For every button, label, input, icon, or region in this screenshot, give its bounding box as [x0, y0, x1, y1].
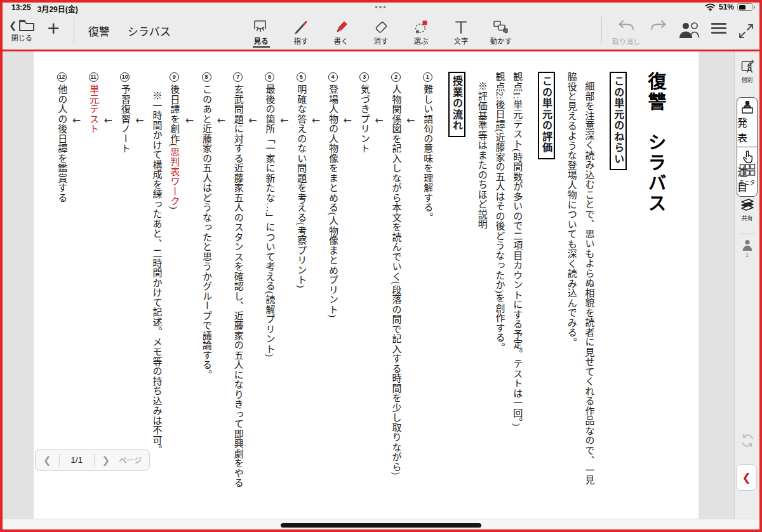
wifi-icon: [705, 3, 716, 11]
multitask-dots-icon: •••: [375, 3, 387, 12]
section-heading-aim: この単元のねらい: [609, 72, 628, 492]
tool-write[interactable]: 書く: [325, 17, 357, 48]
tool-write-label: 書く: [333, 36, 350, 46]
app-window: 13:25 3月29日(金) ••• 51% ❮: [0, 0, 762, 532]
toolbar: ❮ 閉じる + 復讐 シラバス: [3, 14, 759, 50]
sidebar-item-share[interactable]: 共有: [735, 197, 759, 222]
add-page-button[interactable]: +: [48, 17, 60, 41]
vertical-document: 復讐 シラバス この単元のねらい 細部を注意深く読み込むことで、思いもよらぬ相貌…: [46, 72, 674, 492]
presenter-icon: [740, 100, 755, 114]
next-page-button[interactable]: ❯: [102, 455, 110, 466]
monitor-grid-icon: [739, 163, 756, 177]
flow-item-4: ← 4登場人物の人物像をまとめる(人物像まとめプリント): [323, 72, 341, 492]
undo-label: 取り消し: [612, 36, 640, 46]
clock: 13:25: [11, 3, 31, 14]
undo-button[interactable]: 取り消し: [612, 17, 640, 46]
page-nav-label: ページ: [119, 455, 142, 465]
flow-item-5: ← 5明確な答えのない問題を考える(考察プリント): [292, 72, 310, 492]
tool-move[interactable]: 動かす: [485, 17, 517, 48]
tool-erase-label: 消す: [373, 36, 390, 46]
sync-button[interactable]: [735, 432, 759, 449]
battery-icon: [737, 3, 753, 11]
tool-move-label: 動かす: [489, 36, 514, 46]
date: 3月29日(金): [37, 3, 78, 14]
page-position: 1/1: [67, 455, 86, 465]
text-T-icon: [453, 17, 469, 36]
flow-item-3: ← 3気づきプリント: [355, 72, 373, 492]
bottom-strip: [3, 519, 759, 529]
red-pencil-icon: [333, 17, 349, 36]
sidebar-item-monitor[interactable]: モニタ: [735, 163, 759, 187]
tool-point-label: 指す: [293, 36, 310, 46]
redo-label: [657, 36, 659, 44]
participant-count[interactable]: 1: [735, 239, 759, 258]
close-button[interactable]: ❮ 閉じる: [9, 19, 35, 43]
flow-arrow: ←: [278, 111, 291, 130]
flow-arrow: ←: [102, 111, 114, 130]
flow-item-10: ← 10予習復習ノート: [116, 72, 133, 492]
flow-arrow: ←: [373, 111, 385, 130]
flow-arrow: ←: [183, 111, 196, 130]
broadcast-frame-line: [3, 50, 759, 51]
sidebar-label: 発表: [737, 114, 757, 145]
layers-icon: [739, 197, 756, 213]
flow-item-7: ← 7玄武問題に対する近藤家五人のスタンスを確認し、近藤家の五人になりきって即興…: [229, 72, 246, 492]
pointer-stylus-icon: [293, 17, 309, 36]
individual-work-icon: [740, 59, 755, 74]
flow-item-1: ← 1難しい語句の意味を理解する。: [418, 72, 436, 492]
tool-view[interactable]: 見る: [245, 17, 277, 48]
sidebar-divider: [739, 234, 756, 234]
section-heading-flow: 授業の流れ: [447, 72, 466, 492]
flow-arrow: ←: [70, 111, 83, 130]
prev-page-button[interactable]: ❮: [43, 455, 51, 466]
home-indicator[interactable]: [281, 523, 481, 528]
pointing-hand-icon: [740, 150, 754, 164]
flow-item-9: ← 9後日譚を創作(思判表ワーク) ※一時間かけて構成を練ったあと、二時間かけて…: [147, 72, 184, 492]
participants-button[interactable]: [677, 20, 702, 39]
battery-percent: 51%: [719, 3, 734, 11]
note-title: 復讐: [88, 23, 110, 39]
toolbar-divider: [74, 17, 74, 44]
toolbar-divider: [601, 17, 602, 43]
flow-item-11: ← 11単元テスト: [84, 72, 102, 492]
sheet-title: シラバス: [128, 23, 171, 39]
back-chevron-icon: ❮: [9, 20, 17, 31]
tool-erase[interactable]: 消す: [365, 17, 397, 48]
move-shapes-icon: [492, 17, 510, 36]
redo-button[interactable]: [649, 17, 668, 44]
fullscreen-button[interactable]: [738, 22, 754, 41]
page-navigator: ❮ 1/1 ❯ ページ: [35, 449, 150, 471]
sidebar-item-present[interactable]: 発表: [737, 98, 757, 147]
tool-select[interactable]: 選ぶ: [405, 17, 437, 48]
evaluation-point-2: 観点2:後日譚(近藤家の五人はその後どうなったか)を創作する。: [490, 72, 508, 492]
tool-select-label: 選ぶ: [413, 36, 430, 46]
view-eye-icon: [253, 17, 270, 36]
menu-button[interactable]: [711, 23, 726, 34]
flow-arrow: ←: [341, 111, 354, 130]
tool-text[interactable]: 文字: [445, 17, 477, 48]
section-heading-evaluation: この単元の評価: [537, 72, 556, 492]
tool-palette: 見る 指す: [245, 17, 517, 48]
flow-item-9-note: ※一時間かけて構成を練ったあと、二時間かけて記述。メモ等の持ち込みは不可。: [147, 72, 165, 492]
tool-point[interactable]: 指す: [285, 17, 317, 48]
evaluation-note: ※評価基準等はまたのちほど説明: [472, 72, 490, 492]
sidebar-label: 個別: [742, 76, 752, 84]
folder-icon: [18, 19, 35, 32]
close-label: 閉じる: [11, 32, 32, 43]
participant-count-label: 1: [745, 251, 749, 258]
flow-item-8: ← 8このあと近藤家の五人はどうなったと思うかグループで議論する。: [197, 72, 215, 492]
status-bar: 13:25 3月29日(金) ••• 51%: [3, 3, 759, 14]
evaluation-point-1: 観点1:単元テスト(時間数が多いので二項目カウントにする予定。テストは一回。): [508, 72, 526, 492]
flow-item-12: 12他の人の後日譚を鑑賞する: [53, 72, 70, 492]
flow-arrow: ←: [404, 111, 417, 130]
flow-arrow: ←: [133, 111, 146, 130]
eraser-icon: [373, 17, 389, 36]
redo-icon: [649, 17, 668, 36]
flow-item-6: ← 6最後の箇所「一家に新たな…」について考える(読解プリント): [260, 72, 278, 492]
sidebar-item-individual[interactable]: 個別: [735, 59, 759, 84]
flow-arrow: ←: [246, 111, 259, 130]
collapse-sidebar-tab[interactable]: ❮: [736, 464, 757, 491]
tool-text-label: 文字: [453, 36, 470, 46]
red-text: 単元テスト: [88, 84, 98, 134]
person-icon: [740, 239, 754, 251]
